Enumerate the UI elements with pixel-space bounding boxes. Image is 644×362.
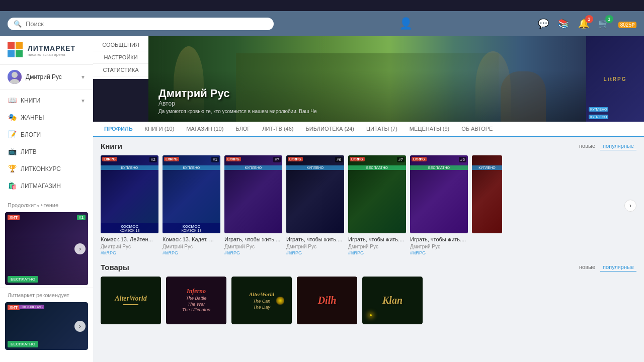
- sidebar-item-blogs[interactable]: 📝 БЛОГИ: [0, 126, 93, 143]
- sidebar-menu: 📖 КНИГИ ▼ 🎭 ЖАНРЫ 📝 БЛОГИ 📺 ЛИТВ 🏆 ЛИТКО…: [0, 89, 93, 197]
- goods-card-4[interactable]: Dilh: [297, 277, 357, 324]
- books-sort-new[interactable]: новые: [577, 142, 598, 150]
- sidebar-item-litcontest[interactable]: 🏆 ЛИТКОНКУРС: [0, 160, 93, 177]
- messages-btn[interactable]: СООБЩЕНИЯ: [93, 39, 148, 51]
- sidebar-item-books[interactable]: 📖 КНИГИ ▼: [0, 92, 93, 109]
- balance-label: 8025₽: [618, 22, 636, 28]
- hero-info: Дмитрий Рус Автор Да умоются кровью те, …: [158, 87, 317, 114]
- book-tag-4: #litRPG: [286, 250, 344, 255]
- free-tag: БЕСПЛАТНО: [8, 276, 38, 283]
- tab-patrons[interactable]: МЕЦЕНАТЫ (9): [404, 122, 455, 136]
- hero-right: LitRPG КУПЛЕНО КУПЛЕНО: [586, 36, 644, 122]
- litrpg-badge-1: LitRPG: [102, 157, 117, 161]
- rec-nav-right[interactable]: ›: [74, 321, 86, 332]
- bell-badge: 1: [585, 15, 593, 23]
- tab-shop[interactable]: МАГАЗИН (10): [180, 122, 229, 136]
- settings-btn[interactable]: НАСТРОЙКИ: [93, 51, 148, 64]
- book-num-3: #7: [273, 157, 281, 162]
- tab-littv[interactable]: ЛИТ-ТВ (46): [256, 122, 299, 136]
- goods-card-5[interactable]: Klan: [362, 277, 423, 324]
- chat-icon[interactable]: 💬: [538, 18, 549, 29]
- goods-cover-5: Klan: [362, 277, 423, 324]
- reading-nav-right[interactable]: ›: [74, 243, 86, 254]
- hero-left: СООБЩЕНИЯ НАСТРОЙКИ СТАТИСТИКА: [93, 36, 148, 122]
- litmarket-rec-section: Литмаркет рекомендует ХИТ ЭКСКЛЮЗИВ БЕСП…: [0, 288, 93, 352]
- coin-balance[interactable]: 8025₽: [618, 19, 636, 29]
- rec-free-tag: БЕСПЛАТНО: [8, 341, 38, 347]
- profile-tabs: ПРОФИЛЬ КНИГИ (10) МАГАЗИН (10) БЛОГ ЛИТ…: [93, 122, 644, 137]
- sidebar-genres-label: ЖАНРЫ: [21, 114, 44, 121]
- book-bottom-2: КОСМОС КОМЭСК-13: [163, 223, 220, 233]
- goods-section-title: Товары: [101, 263, 577, 272]
- sidebar-item-litmarket[interactable]: 🛍️ ЛИТМАГАЗИН: [0, 177, 93, 195]
- hero-banner: СООБЩЕНИЯ НАСТРОЙКИ СТАТИСТИКА: [93, 36, 644, 122]
- svg-point-5: [10, 79, 20, 84]
- book-num-4: #6: [335, 157, 343, 162]
- goods-row: AlterWorld Inferno The Battle The War Th…: [101, 277, 636, 327]
- book-author-3: Дмитрий Рус: [224, 244, 282, 249]
- book-tag-3: #litRPG: [224, 250, 282, 255]
- stats-btn[interactable]: СТАТИСТИКА: [93, 64, 148, 76]
- book-card-3[interactable]: LitRPG #7 КУПЛЕНО Играть, чтобы жить....…: [224, 155, 282, 255]
- hero-author-name: Дмитрий Рус: [158, 87, 317, 100]
- book-cover-2: LitRPG #1 КОСМОС КОМЭСК-13 КУПЛЕНО: [163, 155, 220, 233]
- tab-quotes[interactable]: ЦИТАТЫ (7): [360, 122, 404, 136]
- tab-profile[interactable]: ПРОФИЛЬ: [98, 122, 139, 137]
- goods-card-2[interactable]: Inferno The Battle The War The Ultimaton: [166, 277, 226, 324]
- book-tag-2: #litRPG: [163, 250, 220, 255]
- bought-tag-hero2: КУПЛЕНО: [589, 107, 608, 112]
- continue-reading-section: Продолжить чтение ХИТ #1 БЕСПЛАТНО ›: [0, 197, 93, 288]
- reading-card[interactable]: ХИТ #1 БЕСПЛАТНО ›: [5, 212, 88, 285]
- book-card-6[interactable]: LitRPG #5 БЕСПЛАТНО Играть, чтобы жить..…: [410, 155, 468, 255]
- layout: ЛИТМАРКЕТ писательская арена Дмитрий Рус…: [0, 36, 644, 362]
- sidebar-item-genres[interactable]: 🎭 ЖАНРЫ: [0, 109, 93, 126]
- book-cover-3: LitRPG #7 КУПЛЕНО: [224, 155, 282, 233]
- book-card-1[interactable]: LitRPG #2 КОСМОС КОМЭСК-13 КУПЛЕНО Комэс…: [101, 155, 158, 255]
- exclusive-tag: ЭКСКЛЮЗИВ: [19, 305, 44, 309]
- tab-books[interactable]: КНИГИ (10): [139, 122, 181, 136]
- book-cover-1: LitRPG #2 КОСМОС КОМЭСК-13 КУПЛЕНО: [101, 155, 158, 233]
- litrpg-badge-3: LitRPG: [226, 157, 241, 161]
- goods-card-3[interactable]: AlterWorld The Can The Day: [231, 277, 292, 324]
- search-bar[interactable]: 🔍: [8, 18, 274, 30]
- book-card-7[interactable]: КУПЛЕНО: [472, 155, 502, 255]
- litrpg-badge-5: LitRPG: [350, 157, 365, 161]
- tab-blog[interactable]: БЛОГ: [229, 122, 256, 136]
- rec-hit-tag: ХИТ: [8, 305, 20, 310]
- book-title-4: Играть, чтобы жить....: [286, 236, 344, 243]
- hit-tag: ХИТ: [8, 215, 20, 220]
- book-title-2: Комэск-13. Кадет. ...: [163, 236, 220, 243]
- book-title-1: Комэск-13. Лейтен...: [101, 236, 158, 243]
- search-input[interactable]: [26, 20, 268, 28]
- books-sort-popular[interactable]: популярные: [600, 142, 636, 150]
- cart-icon[interactable]: 🛒 1: [598, 18, 609, 29]
- book-tag-1: #litRPG: [101, 250, 158, 255]
- book-cover-5: LitRPG #7 БЕСПЛАТНО: [348, 155, 406, 233]
- sidebar-litmarket-label: ЛИТМАГАЗИН: [21, 183, 61, 190]
- littv-menu-icon: 📺: [8, 147, 17, 156]
- goods-sort-popular[interactable]: популярные: [600, 263, 636, 272]
- books-icon[interactable]: 📚: [558, 18, 569, 29]
- book-author-4: Дмитрий Рус: [286, 244, 344, 249]
- tab-about[interactable]: ОБ АВТОРЕ: [455, 122, 499, 136]
- books-nav-arrow[interactable]: ›: [624, 200, 636, 212]
- goods-card-1[interactable]: AlterWorld: [101, 277, 161, 324]
- bought-tag-hero: КУПЛЕНО: [589, 115, 608, 119]
- goods-sort-new[interactable]: новые: [577, 263, 598, 272]
- avatar: [8, 70, 22, 84]
- book-card-4[interactable]: LitRPG #6 КУПЛЕНО Играть, чтобы жить....…: [286, 155, 344, 255]
- blogs-menu-icon: 📝: [8, 130, 17, 139]
- user-section[interactable]: Дмитрий Рус ▼: [0, 65, 93, 89]
- book-num-5: #7: [397, 157, 405, 162]
- tab-library[interactable]: БИБЛИОТЕКА (24): [300, 122, 360, 136]
- book-tag-5: #litRPG: [348, 250, 406, 255]
- litmarket-menu-icon: 🛍️: [8, 182, 17, 191]
- sidebar-item-littv[interactable]: 📺 ЛИТВ: [0, 143, 93, 160]
- user-icon-center[interactable]: 👤: [399, 17, 413, 30]
- bell-icon[interactable]: 🔔 1: [578, 18, 589, 29]
- book-card-2[interactable]: LitRPG #1 КОСМОС КОМЭСК-13 КУПЛЕНО Комэс…: [163, 155, 220, 255]
- rec-card[interactable]: ХИТ ЭКСКЛЮЗИВ БЕСПЛАТНО ›: [5, 302, 88, 350]
- book-cover-4: LitRPG #6 КУПЛЕНО: [286, 155, 344, 233]
- book-card-5[interactable]: LitRPG #7 БЕСПЛАТНО Играть, чтобы жить..…: [348, 155, 406, 255]
- goods-sort: новые популярные: [577, 263, 636, 272]
